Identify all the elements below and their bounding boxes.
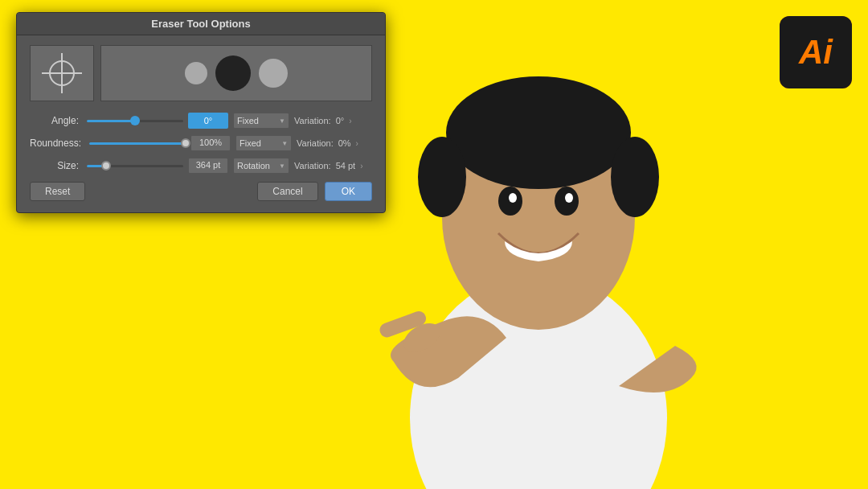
angle-slider-track[interactable]: [87, 120, 183, 122]
roundness-slider-fill: [89, 142, 186, 145]
svg-point-5: [611, 137, 659, 217]
brush-preview-area: [30, 45, 372, 101]
angle-label: Angle:: [30, 115, 82, 126]
angle-variation-arrow[interactable]: ›: [349, 117, 351, 125]
size-mode-dropdown[interactable]: Rotation ▼: [233, 158, 289, 174]
roundness-slider-track[interactable]: [89, 142, 186, 145]
dialog-content: Angle: Fixed ▼ Variation: 0° › Roundness…: [17, 35, 385, 212]
angle-variation-value: 0°: [336, 116, 345, 125]
size-mode-arrow: ▼: [279, 162, 285, 170]
eraser-tool-dialog: Eraser Tool Options Angle:: [16, 12, 386, 213]
size-slider-thumb[interactable]: [101, 161, 111, 171]
reset-button[interactable]: Reset: [30, 182, 85, 201]
roundness-variation-value: 0%: [338, 138, 351, 148]
roundness-mode-dropdown[interactable]: Fixed ▼: [235, 135, 292, 151]
angle-row: Angle: Fixed ▼ Variation: 0° ›: [30, 113, 372, 129]
roundness-mode-label: Fixed: [240, 138, 261, 148]
roundness-variation-arrow[interactable]: ›: [356, 139, 358, 148]
size-variation-label: Variation:: [294, 161, 331, 171]
angle-variation-label: Variation:: [294, 116, 331, 125]
angle-value-input[interactable]: [188, 113, 228, 129]
brush-samples-preview: [100, 45, 372, 101]
angle-slider-thumb[interactable]: [130, 116, 140, 125]
size-variation-value: 54 pt: [336, 161, 355, 171]
roundness-label: Roundness:: [30, 138, 84, 149]
size-mode-label: Rotation: [237, 161, 270, 171]
roundness-slider-thumb[interactable]: [181, 138, 190, 148]
svg-point-3: [446, 76, 631, 189]
crosshair-preview: [30, 45, 94, 101]
size-value: 364 pt: [188, 158, 228, 174]
crosshair-circle: [49, 60, 75, 86]
angle-mode-dropdown[interactable]: Fixed ▼: [233, 113, 289, 129]
brush-sample-large: [259, 59, 288, 88]
crosshair-icon: [42, 53, 82, 93]
person-image: [338, 0, 820, 489]
cancel-button[interactable]: Cancel: [257, 182, 317, 201]
angle-mode-label: Fixed: [237, 116, 259, 125]
roundness-value: 100%: [190, 135, 231, 151]
size-label: Size:: [30, 160, 82, 171]
brush-sample-small: [185, 62, 207, 84]
svg-point-4: [418, 137, 466, 217]
roundness-row: Roundness: 100% Fixed ▼ Variation: 0% ›: [30, 135, 372, 151]
ok-button[interactable]: OK: [325, 182, 372, 201]
svg-point-8: [509, 193, 517, 203]
roundness-mode-arrow: ▼: [281, 140, 288, 147]
size-variation-arrow[interactable]: ›: [360, 162, 362, 171]
dialog-title: Eraser Tool Options: [17, 13, 385, 35]
ai-logo-text: Ai: [780, 16, 852, 88]
brush-sample-medium: [215, 55, 251, 91]
dialog-buttons: Reset Cancel OK: [30, 182, 372, 201]
size-slider-track[interactable]: [87, 165, 183, 167]
roundness-variation-label: Variation:: [297, 138, 334, 148]
angle-mode-arrow: ▼: [279, 117, 285, 125]
angle-slider-fill: [87, 120, 135, 122]
svg-point-9: [565, 193, 573, 203]
ai-logo: Ai: [780, 16, 852, 88]
size-row: Size: 364 pt Rotation ▼ Variation: 54 pt…: [30, 158, 372, 174]
confirm-buttons: Cancel OK: [257, 182, 372, 201]
